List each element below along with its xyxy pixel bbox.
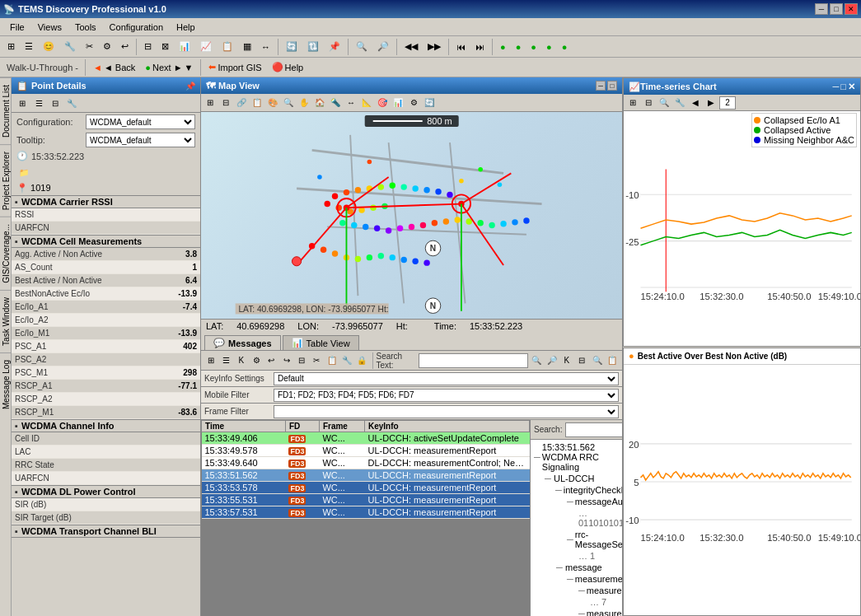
- toolbar-green-4[interactable]: ●: [542, 38, 556, 56]
- tree-item-message[interactable]: ─ message: [532, 562, 620, 573]
- toolbar-icon-20[interactable]: ◀◀: [400, 38, 422, 56]
- msg-btn-4[interactable]: ⚙: [250, 353, 263, 368]
- toolbar-green-3[interactable]: ●: [526, 38, 540, 56]
- msg-btn-5[interactable]: ↩: [264, 353, 278, 368]
- mobile-filter-select[interactable]: FD1; FD2; FD3; FD4; FD5; FD6; FD7: [274, 389, 619, 402]
- import-gis-button[interactable]: ⬅ Import GIS: [204, 58, 265, 77]
- toolbar-icon-18[interactable]: 🔍: [352, 38, 372, 56]
- tab-table-view[interactable]: 📊 Table View: [283, 335, 359, 350]
- map-tool-15[interactable]: 🔄: [422, 96, 437, 110]
- toolbar-icon-4[interactable]: 🔧: [60, 38, 80, 56]
- tree-search-input[interactable]: [565, 422, 622, 437]
- map-tool-14[interactable]: ⚙: [406, 96, 421, 110]
- table-row[interactable]: 15:33:57.531 FD3 WC... UL-DCCH: measurem…: [202, 506, 530, 519]
- msg-btn-8[interactable]: ✂: [310, 353, 323, 368]
- menu-file[interactable]: File: [3, 21, 31, 34]
- tree-expand-7[interactable]: ─: [578, 586, 585, 595]
- side-tab-task-window[interactable]: Task Window: [0, 290, 11, 352]
- tree-item-meas-report[interactable]: ─ measurementReport: [532, 573, 620, 585]
- pd-small-btn-1[interactable]: 📁: [16, 165, 31, 180]
- map-tool-10[interactable]: ↔: [344, 96, 358, 110]
- maximize-button[interactable]: □: [830, 3, 843, 15]
- toolbar-icon-7[interactable]: ↩: [117, 38, 133, 56]
- search-btn-4[interactable]: ⊟: [575, 353, 588, 368]
- toolbar-icon-11[interactable]: 📈: [196, 38, 216, 56]
- map-tool-13[interactable]: 📊: [391, 96, 405, 110]
- back-button[interactable]: ◄ ◄ Back: [89, 58, 139, 77]
- toolbar-icon-8[interactable]: ⊟: [140, 38, 156, 56]
- search-btn-5[interactable]: 🔍: [590, 353, 603, 368]
- map-tool-4[interactable]: 📋: [250, 96, 264, 110]
- tree-expand-1[interactable]: ─: [544, 474, 552, 483]
- keyinfo-select[interactable]: Default: [274, 372, 619, 385]
- table-row[interactable]: 15:33:49.406 FD3 WC... UL-DCCH: activeSe…: [202, 432, 530, 445]
- toolbar-icon-19[interactable]: 🔎: [373, 38, 393, 56]
- tree-expand-8[interactable]: ─: [578, 609, 585, 616]
- menu-help[interactable]: Help: [170, 21, 202, 34]
- toolbar-icon-3[interactable]: 😊: [39, 38, 58, 56]
- ts-zoom-input[interactable]: [719, 96, 736, 110]
- toolbar-icon-10[interactable]: 📊: [175, 38, 194, 56]
- map-tool-7[interactable]: ✋: [297, 96, 311, 110]
- msg-btn-7[interactable]: ⊟: [295, 353, 308, 368]
- search-text-input[interactable]: [419, 353, 528, 368]
- minimize-button[interactable]: ─: [815, 3, 828, 15]
- menu-views[interactable]: Views: [31, 21, 68, 34]
- msg-btn-11[interactable]: 🔒: [355, 353, 368, 368]
- tooltip-select[interactable]: WCDMA_default: [86, 133, 195, 147]
- search-btn-1[interactable]: 🔍: [530, 353, 543, 368]
- toolbar-green-1[interactable]: ●: [496, 38, 510, 56]
- msg-btn-9[interactable]: 📋: [325, 353, 339, 368]
- map-minimize-btn[interactable]: ─: [596, 81, 606, 91]
- toolbar-icon-21[interactable]: ▶▶: [423, 38, 445, 56]
- tree-expand-4[interactable]: ─: [567, 535, 573, 544]
- tree-item-integrity[interactable]: ─ integrityCheckInfo: [532, 484, 620, 496]
- menu-configuration[interactable]: Configuration: [103, 21, 170, 34]
- menu-tools[interactable]: Tools: [68, 21, 103, 34]
- ts-btn-5[interactable]: ◀: [688, 96, 703, 110]
- msg-btn-2[interactable]: ☰: [219, 353, 232, 368]
- msg-btn-6[interactable]: ↪: [280, 353, 293, 368]
- pd-btn-2[interactable]: ☰: [31, 96, 46, 110]
- table-row[interactable]: 15:33:55.531 FD3 WC... UL-DCCH: measurem…: [202, 494, 530, 506]
- tree-item-meas-id[interactable]: ─ measurementIdentity: [532, 585, 620, 596]
- tree-item-meas-results[interactable]: ─ measuredResults: [532, 608, 620, 616]
- tree-item-rrc-seq[interactable]: ─ rrc-MessageSequenceNumber: [532, 529, 620, 550]
- toolbar-icon-13[interactable]: ▦: [239, 38, 255, 56]
- map-tool-6[interactable]: 🔍: [281, 96, 296, 110]
- tree-expand-5[interactable]: ─: [555, 563, 564, 572]
- map-content-left[interactable]: 800 m: [201, 112, 622, 319]
- msg-btn-10[interactable]: 🔧: [340, 353, 353, 368]
- toolbar-green-2[interactable]: ●: [512, 38, 526, 56]
- side-tab-document-list[interactable]: Document List: [0, 77, 11, 144]
- table-row[interactable]: 15:33:49.578 FD3 WC... UL-DCCH: measurem…: [202, 445, 530, 457]
- map-tool-8[interactable]: 🏠: [312, 96, 327, 110]
- toolbar-icon-1[interactable]: ⊞: [3, 38, 19, 56]
- next-button[interactable]: ● Next ► ▼: [141, 58, 197, 77]
- toolbar-icon-2[interactable]: ☰: [21, 38, 37, 56]
- ts-max-btn[interactable]: □: [840, 82, 846, 92]
- search-btn-2[interactable]: 🔎: [545, 353, 558, 368]
- toolbar-icon-12[interactable]: 📋: [218, 38, 237, 56]
- msg-btn-3[interactable]: K: [235, 353, 248, 368]
- pd-btn-4[interactable]: 🔧: [64, 96, 79, 110]
- map-tool-3[interactable]: 🔗: [234, 96, 249, 110]
- table-row[interactable]: 15:33:53.578 FD3 WC... UL-DCCH: measurem…: [202, 482, 530, 494]
- map-tool-2[interactable]: ⊟: [218, 96, 233, 110]
- ts-btn-1[interactable]: ⊞: [625, 96, 640, 110]
- tree-expand-3[interactable]: ─: [567, 497, 573, 506]
- ts-btn-4[interactable]: 🔧: [672, 96, 687, 110]
- toolbar-icon-15[interactable]: 🔄: [282, 38, 302, 56]
- table-row[interactable]: 15:33:49.640 FD3 WC... DL-DCCH: measurem…: [202, 457, 530, 469]
- side-tab-project-explorer[interactable]: Project Explorer: [0, 144, 11, 217]
- ts-btn-2[interactable]: ⊟: [641, 96, 656, 110]
- tree-expand-2[interactable]: ─: [555, 486, 562, 494]
- toolbar-icon-17[interactable]: 📌: [325, 38, 344, 56]
- ts-btn-3[interactable]: 🔍: [657, 96, 671, 110]
- search-btn-6[interactable]: 📋: [606, 353, 619, 368]
- side-tab-gis[interactable]: GIS/Coverage...: [0, 217, 11, 290]
- map-tool-12[interactable]: 🎯: [375, 96, 390, 110]
- side-tab-message-log[interactable]: Message Log: [0, 352, 11, 416]
- pin-button[interactable]: 📌: [185, 82, 195, 91]
- map-tool-1[interactable]: ⊞: [203, 96, 218, 110]
